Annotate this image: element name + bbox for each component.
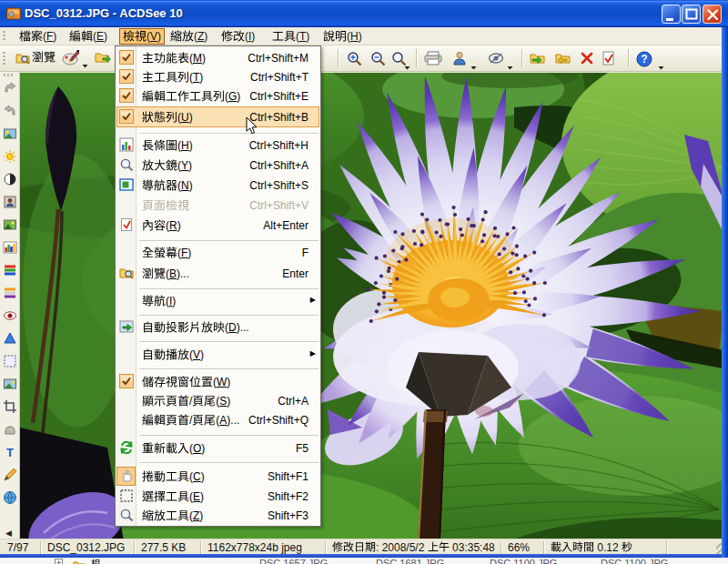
svg-text:T: T xyxy=(6,446,14,459)
svg-text:?: ? xyxy=(641,53,647,65)
